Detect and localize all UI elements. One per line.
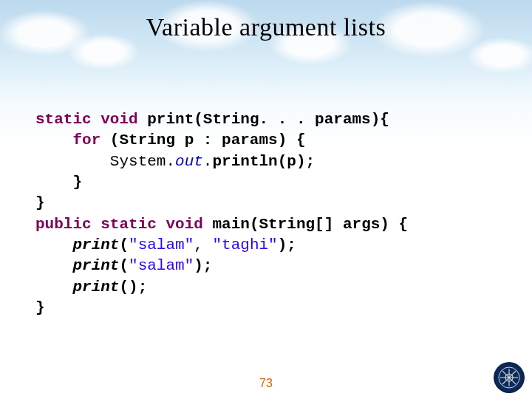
string-literal: "taghi" — [212, 236, 277, 253]
indent — [35, 279, 72, 296]
logo-icon — [498, 366, 520, 389]
code-text: print(String. . . params){ — [138, 111, 389, 128]
code-text: println(p); — [212, 153, 315, 170]
indent — [35, 236, 72, 253]
code-text: ); — [194, 257, 212, 274]
code-text: (String p : params) { — [100, 132, 305, 149]
code-text: . — [203, 153, 213, 170]
string-literal: "salam" — [129, 236, 194, 253]
code-text: System. — [110, 153, 175, 170]
page-number: 73 — [0, 377, 532, 390]
code-text: } — [35, 299, 45, 316]
keyword-for: for — [72, 132, 100, 149]
code-text: (); — [119, 279, 147, 296]
call-print: print — [72, 279, 119, 296]
code-text: main(String[] args) { — [203, 216, 408, 233]
code-text: ); — [278, 236, 296, 253]
keyword-static: static — [100, 216, 157, 233]
keyword-static: static — [35, 111, 92, 128]
call-print: print — [72, 236, 119, 253]
indent — [35, 153, 110, 170]
code-text: } — [35, 194, 45, 211]
string-literal: "salam" — [129, 257, 194, 274]
indent — [35, 174, 72, 191]
code-text: ( — [119, 236, 129, 253]
call-print: print — [72, 257, 119, 274]
field-out: out — [175, 153, 203, 170]
code-text: } — [72, 174, 82, 191]
code-text: ( — [119, 257, 129, 274]
university-logo — [494, 362, 525, 393]
code-block: static void print(String. . . params){ f… — [35, 109, 497, 318]
keyword-void: void — [100, 111, 137, 128]
code-text — [203, 236, 213, 253]
indent — [35, 132, 72, 149]
indent — [35, 257, 72, 274]
keyword-public: public — [35, 216, 92, 233]
keyword-void: void — [166, 216, 202, 233]
slide-title: Variable argument lists — [0, 0, 532, 41]
code-text: , — [194, 236, 203, 253]
